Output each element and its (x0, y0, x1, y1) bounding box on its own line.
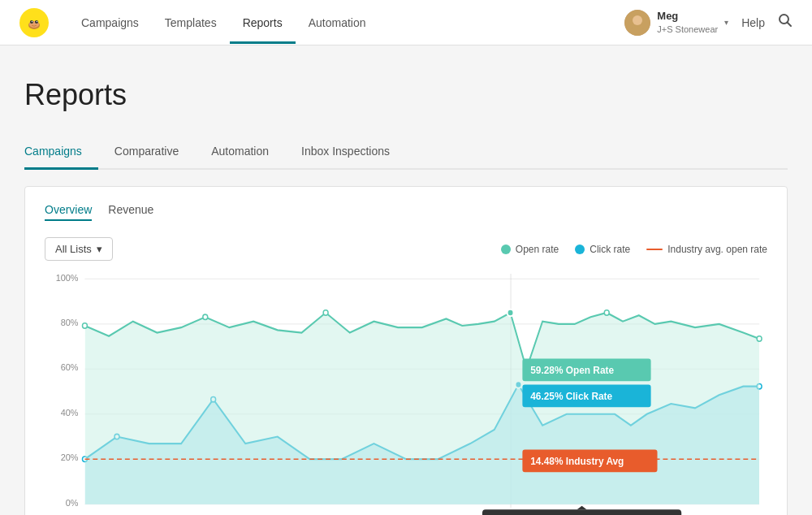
svg-marker-47 (577, 506, 587, 509)
user-name: Meg (657, 10, 718, 24)
navbar: Campaigns Templates Reports Automation M… (0, 0, 812, 45)
legend-click-rate: Click rate (575, 244, 630, 255)
legend-industry-avg-label: Industry avg. open rate (667, 244, 767, 255)
user-menu[interactable]: Meg J+S Stonewear ▾ (624, 10, 728, 36)
nav-links: Campaigns Templates Reports Automation (68, 2, 624, 44)
svg-point-6 (37, 20, 37, 21)
svg-point-35 (604, 310, 609, 315)
svg-point-3 (30, 20, 33, 24)
svg-text:40%: 40% (61, 408, 79, 418)
legend-industry-avg: Industry avg. open rate (646, 244, 767, 255)
search-icon[interactable] (778, 13, 793, 32)
nav-templates[interactable]: Templates (152, 2, 230, 44)
tab-automation[interactable]: Automation (195, 136, 285, 170)
dropdown-label: All Lists (55, 243, 92, 255)
svg-text:59.28% Open Rate: 59.28% Open Rate (530, 364, 614, 376)
line-chart: 100% 80% 60% 40% 20% 0% (45, 274, 767, 515)
tab-inbox-inspections[interactable]: Inbox Inspections (285, 136, 406, 170)
help-link[interactable]: Help (741, 16, 765, 29)
avatar (624, 10, 650, 36)
svg-text:20%: 20% (61, 452, 79, 462)
svg-point-9 (630, 26, 645, 36)
svg-point-33 (323, 310, 328, 315)
user-info: Meg J+S Stonewear (657, 10, 718, 35)
svg-point-32 (203, 314, 208, 319)
svg-point-31 (82, 323, 87, 328)
chart-controls: All Lists ▾ Open rate Click rate Industr… (45, 237, 767, 261)
navbar-right: Meg J+S Stonewear ▾ Help (624, 10, 793, 36)
report-tabs: Campaigns Comparative Automation Inbox I… (24, 136, 788, 170)
svg-text:80%: 80% (61, 318, 79, 327)
svg-text:14.48% Industry Avg: 14.48% Industry Avg (530, 455, 624, 467)
nav-automation[interactable]: Automation (296, 2, 379, 44)
legend-click-rate-label: Click rate (590, 244, 630, 255)
svg-text:100%: 100% (56, 274, 79, 283)
chart-area: 100% 80% 60% 40% 20% 0% (45, 274, 767, 515)
tab-campaigns[interactable]: Campaigns (24, 136, 98, 170)
svg-text:46.25% Click Rate: 46.25% Click Rate (530, 390, 612, 402)
svg-line-11 (788, 23, 792, 27)
open-rate-color (501, 245, 511, 254)
dropdown-chevron-icon: ▾ (97, 243, 102, 255)
page-content: Reports Campaigns Comparative Automation… (0, 45, 812, 515)
legend-open-rate-label: Open rate (516, 244, 559, 255)
subtab-overview[interactable]: Overview (45, 203, 92, 221)
report-card: Overview Revenue All Lists ▾ Open rate C… (24, 186, 788, 515)
user-chevron-icon: ▾ (724, 18, 728, 27)
nav-reports[interactable]: Reports (230, 2, 296, 44)
user-org: J+S Stonewear (657, 24, 718, 35)
svg-point-4 (35, 20, 38, 24)
card-subtabs: Overview Revenue (45, 203, 767, 221)
svg-point-36 (757, 336, 762, 341)
industry-avg-color (646, 249, 663, 250)
svg-point-34 (508, 309, 514, 317)
svg-text:0%: 0% (66, 497, 79, 507)
tab-comparative[interactable]: Comparative (98, 136, 195, 170)
page-title: Reports (24, 78, 788, 112)
chart-legend: Open rate Click rate Industry avg. open … (501, 244, 767, 255)
subtab-revenue[interactable]: Revenue (108, 203, 153, 221)
svg-point-8 (633, 15, 642, 25)
all-lists-dropdown[interactable]: All Lists ▾ (45, 237, 113, 261)
svg-point-5 (32, 20, 32, 21)
legend-open-rate: Open rate (501, 244, 559, 255)
svg-text:60%: 60% (61, 362, 79, 372)
click-rate-color (575, 245, 585, 254)
mailchimp-logo (19, 8, 49, 37)
nav-campaigns[interactable]: Campaigns (68, 2, 152, 44)
